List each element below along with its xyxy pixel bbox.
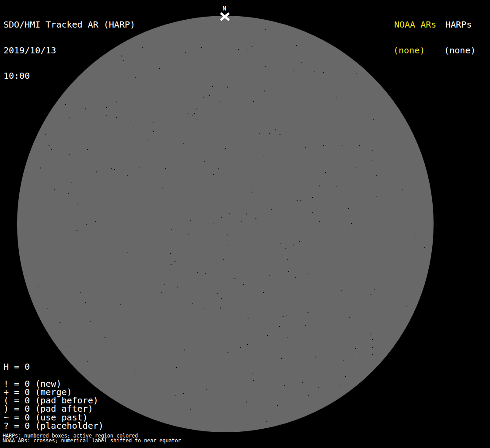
noaa-ars-value: (none) <box>393 46 436 55</box>
time-label: 10:00 <box>4 72 135 80</box>
harps-status: HARPs (none) <box>444 4 476 72</box>
counters-legend: H = 0 ! = 0 (new)+ = 0 (merge)( = 0 (pad… <box>4 363 104 430</box>
header: SDO/HMI Tracked AR (HARP) 2019/10/13 10:… <box>4 4 135 98</box>
page-title: SDO/HMI Tracked AR (HARP) <box>4 21 135 29</box>
date-label: 2019/10/13 <box>4 46 135 55</box>
legend-line: H = 0 <box>4 363 104 371</box>
footer-notes: HARPs: numbered boxes; active region col… <box>3 434 181 444</box>
harp-tracking-map: SDO/HMI Tracked AR (HARP) 2019/10/13 10:… <box>0 0 490 448</box>
harps-label: HARPs <box>444 21 476 29</box>
legend-line: ? = 0 (placeholder) <box>4 422 104 430</box>
noaa-ars-label: NOAA ARs <box>393 21 436 29</box>
north-cross-icon <box>220 12 230 21</box>
legend-line: NOAA ARs: crosses; numerical label shift… <box>3 438 181 443</box>
north-label: N <box>220 5 229 11</box>
noaa-ars-status: NOAA ARs (none) <box>393 4 436 72</box>
harps-value: (none) <box>444 46 476 55</box>
